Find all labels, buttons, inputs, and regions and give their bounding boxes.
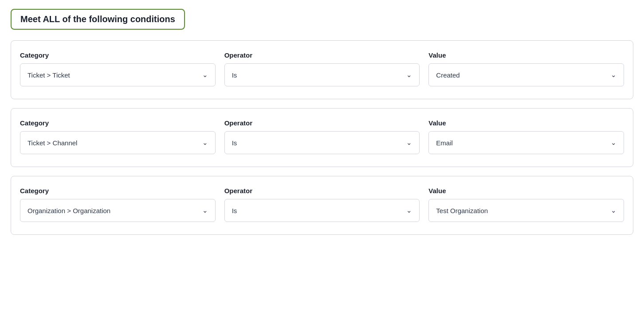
meet-all-badge[interactable]: Meet ALL of the following conditions [11,9,185,30]
operator-value-2: Is [232,139,237,147]
operator-label-2: Operator [224,119,420,127]
operator-value-3: Is [232,207,237,214]
operator-select-2[interactable]: Is ⌄ [224,131,420,154]
category-value-1: Ticket > Ticket [27,71,70,79]
operator-col-2: Operator Is ⌄ [224,119,420,154]
value-select-1[interactable]: Created ⌄ [428,63,624,86]
category-chevron-1: ⌄ [202,71,208,79]
value-chevron-1: ⌄ [611,71,617,79]
category-select-2[interactable]: Ticket > Channel ⌄ [20,131,216,154]
operator-label-3: Operator [224,187,420,195]
condition-row-1: Category Ticket > Ticket ⌄ Operator Is ⌄… [20,51,624,86]
category-chevron-3: ⌄ [202,206,208,214]
category-value-3: Organization > Organization [27,207,110,214]
value-col-2: Value Email ⌄ [428,119,624,154]
operator-chevron-1: ⌄ [406,71,412,79]
value-select-3[interactable]: Test Organization ⌄ [428,199,624,222]
value-chevron-2: ⌄ [611,139,617,147]
category-col-3: Category Organization > Organization ⌄ [20,187,216,222]
operator-col-1: Operator Is ⌄ [224,51,420,86]
operator-col-3: Operator Is ⌄ [224,187,420,222]
operator-chevron-2: ⌄ [406,139,412,147]
operator-select-3[interactable]: Is ⌄ [224,199,420,222]
condition-row-3: Category Organization > Organization ⌄ O… [20,187,624,222]
operator-select-1[interactable]: Is ⌄ [224,63,420,86]
value-select-2[interactable]: Email ⌄ [428,131,624,154]
value-col-3: Value Test Organization ⌄ [428,187,624,222]
category-col-2: Category Ticket > Channel ⌄ [20,119,216,154]
value-label-2: Value [428,119,624,127]
category-chevron-2: ⌄ [202,139,208,147]
category-value-2: Ticket > Channel [27,139,77,147]
category-label-3: Category [20,187,216,195]
category-label-1: Category [20,51,216,59]
condition-block-3: Category Organization > Organization ⌄ O… [11,176,633,235]
value-label-1: Value [428,51,624,59]
category-col-1: Category Ticket > Ticket ⌄ [20,51,216,86]
category-select-1[interactable]: Ticket > Ticket ⌄ [20,63,216,86]
operator-value-1: Is [232,71,237,79]
value-value-1: Created [436,71,459,79]
meet-all-label: Meet ALL of the following conditions [20,14,175,24]
value-col-1: Value Created ⌄ [428,51,624,86]
operator-chevron-3: ⌄ [406,206,412,214]
value-value-2: Email [436,139,453,147]
value-chevron-3: ⌄ [611,206,617,214]
condition-block-1: Category Ticket > Ticket ⌄ Operator Is ⌄… [11,40,633,99]
conditions-list: Category Ticket > Ticket ⌄ Operator Is ⌄… [11,40,633,235]
category-label-2: Category [20,119,216,127]
category-select-3[interactable]: Organization > Organization ⌄ [20,199,216,222]
operator-label-1: Operator [224,51,420,59]
condition-block-2: Category Ticket > Channel ⌄ Operator Is … [11,108,633,167]
value-label-3: Value [428,187,624,195]
condition-row-2: Category Ticket > Channel ⌄ Operator Is … [20,119,624,154]
value-value-3: Test Organization [436,207,488,214]
